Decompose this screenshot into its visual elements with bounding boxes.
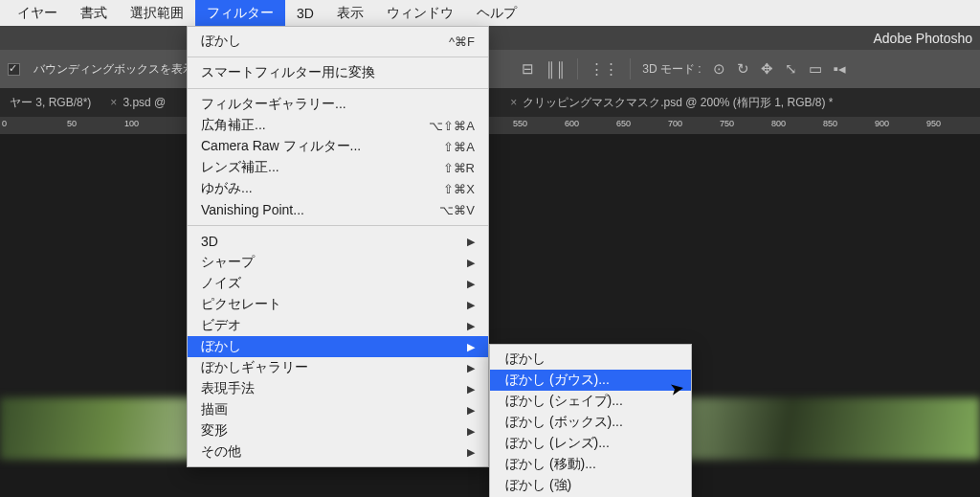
menu-help[interactable]: ヘルプ: [465, 0, 528, 26]
menu-item-wide-angle[interactable]: 広角補正...⌥⇧⌘A: [188, 115, 488, 136]
chevron-right-icon: ▶: [467, 320, 475, 332]
menu-item-liquify[interactable]: ゆがみ...⇧⌘X: [188, 178, 488, 199]
document-tabs: ヤー 3, RGB/8*) × 3.psd @ × クリッピングマスクマスク.p…: [0, 88, 980, 117]
separator: [188, 225, 488, 226]
separator: [577, 58, 578, 79]
menu-item-smart-filter[interactable]: スマートフィルター用に変換: [188, 62, 488, 83]
menu-item-other[interactable]: その他▶: [188, 441, 488, 463]
chevron-right-icon: ▶: [467, 404, 475, 417]
chevron-right-icon: ▶: [467, 299, 475, 311]
slide-icon[interactable]: ⤡: [785, 60, 797, 78]
chevron-right-icon: ▶: [467, 383, 475, 395]
roll-icon[interactable]: ↻: [737, 60, 749, 78]
close-icon[interactable]: ×: [510, 96, 517, 109]
menu-item-3d[interactable]: 3D▶: [188, 231, 488, 252]
tab-label: 3.psd @: [122, 96, 166, 109]
menu-item-vanishing-point[interactable]: Vanishing Point...⌥⌘V: [188, 199, 488, 220]
3d-mode-label: 3D モード :: [642, 61, 701, 78]
chevron-right-icon: ▶: [467, 446, 475, 459]
menu-item-last-filter[interactable]: ぼかし ^⌘F: [188, 31, 488, 52]
pan-icon[interactable]: ✥: [761, 60, 773, 78]
app-titlebar: Adobe Photosho: [0, 26, 980, 50]
separator: [630, 58, 631, 79]
tool-icons: ⊟ ║║ ⋮⋮ 3D モード : ⊙ ↻ ✥ ⤡ ▭ ▪◂: [522, 50, 846, 88]
close-icon[interactable]: ×: [110, 96, 117, 109]
filter-menu-dropdown: ぼかし ^⌘F スマートフィルター用に変換 フィルターギャラリー... 広角補正…: [187, 26, 489, 467]
camera-icon[interactable]: ▪◂: [834, 60, 846, 78]
menu-layer[interactable]: イヤー: [6, 0, 69, 26]
menu-view[interactable]: 表示: [325, 0, 375, 26]
menu-item-pixelate[interactable]: ピクセレート▶: [188, 294, 488, 315]
submenu-lens-blur[interactable]: ぼかし (レンズ)...: [490, 433, 691, 454]
menu-item-lens-correction[interactable]: レンズ補正...⇧⌘R: [188, 157, 488, 178]
tab-label: クリッピングマスクマスク.psd @ 200% (楕円形 1, RGB/8) *: [523, 95, 833, 111]
menu-item-filter-gallery[interactable]: フィルターギャラリー...: [188, 94, 488, 115]
menu-format[interactable]: 書式: [69, 0, 119, 26]
menu-item-sharpen[interactable]: シャープ▶: [188, 252, 488, 273]
app-name: Adobe Photosho: [873, 31, 972, 46]
bounding-box-checkbox[interactable]: [8, 63, 20, 76]
menu-item-blur-gallery[interactable]: ぼかしギャラリー▶: [188, 357, 488, 378]
document-tab-2[interactable]: × 3.psd @: [100, 88, 175, 117]
chevron-right-icon: ▶: [467, 341, 475, 353]
chevron-right-icon: ▶: [467, 236, 475, 248]
submenu-motion-blur[interactable]: ぼかし (移動)...: [490, 454, 691, 475]
menu-item-camera-raw[interactable]: Camera Raw フィルター...⇧⌘A: [188, 136, 488, 157]
menu-item-video[interactable]: ビデオ▶: [188, 315, 488, 336]
align-icon[interactable]: ⊟: [522, 60, 534, 78]
submenu-box-blur[interactable]: ぼかし (ボックス)...: [490, 412, 691, 433]
tab-label: ヤー 3, RGB/8*): [10, 95, 91, 111]
menu-item-distort[interactable]: 変形▶: [188, 420, 488, 441]
menu-item-noise[interactable]: ノイズ▶: [188, 273, 488, 294]
menu-item-render[interactable]: 描画▶: [188, 399, 488, 420]
submenu-shape-blur[interactable]: ぼかし (シェイプ)...: [490, 391, 691, 412]
chevron-right-icon: ▶: [467, 278, 475, 290]
menu-select[interactable]: 選択範囲: [119, 0, 195, 26]
menu-3d[interactable]: 3D: [285, 0, 325, 26]
submenu-blur-more[interactable]: ぼかし (強): [490, 475, 691, 496]
separator: [188, 56, 488, 57]
horizontal-ruler: 050100 550 600 650 700 750 800 850 900 9…: [0, 117, 980, 134]
orbit-icon[interactable]: ⊙: [713, 60, 725, 78]
blur-submenu: ぼかし ぼかし (ガウス)... ぼかし (シェイプ)... ぼかし (ボックス…: [489, 344, 692, 497]
submenu-gaussian-blur[interactable]: ぼかし (ガウス)...: [490, 370, 691, 391]
distribute-icon[interactable]: ║║: [546, 61, 566, 78]
menu-window[interactable]: ウィンドウ: [375, 0, 465, 26]
menu-item-stylize[interactable]: 表現手法▶: [188, 378, 488, 399]
submenu-blur[interactable]: ぼかし: [490, 349, 691, 370]
menu-item-blur[interactable]: ぼかし▶: [188, 336, 488, 357]
menu-filter[interactable]: フィルター: [195, 0, 285, 26]
menubar: イヤー 書式 選択範囲 フィルター 3D 表示 ウィンドウ ヘルプ: [0, 0, 980, 26]
chevron-right-icon: ▶: [467, 257, 475, 269]
separator: [188, 88, 488, 89]
chevron-right-icon: ▶: [467, 362, 475, 374]
document-tab-active[interactable]: × クリッピングマスクマスク.psd @ 200% (楕円形 1, RGB/8)…: [501, 88, 842, 117]
document-tab-1[interactable]: ヤー 3, RGB/8*): [0, 88, 100, 117]
more-icon[interactable]: ⋮⋮: [590, 60, 618, 78]
zoom-icon[interactable]: ▭: [809, 60, 822, 78]
chevron-right-icon: ▶: [467, 425, 475, 438]
bounding-box-label: バウンディングボックスを表示: [33, 61, 194, 78]
options-bar: バウンディングボックスを表示 ⊟ ║║ ⋮⋮ 3D モード : ⊙ ↻ ✥ ⤡ …: [0, 50, 980, 88]
